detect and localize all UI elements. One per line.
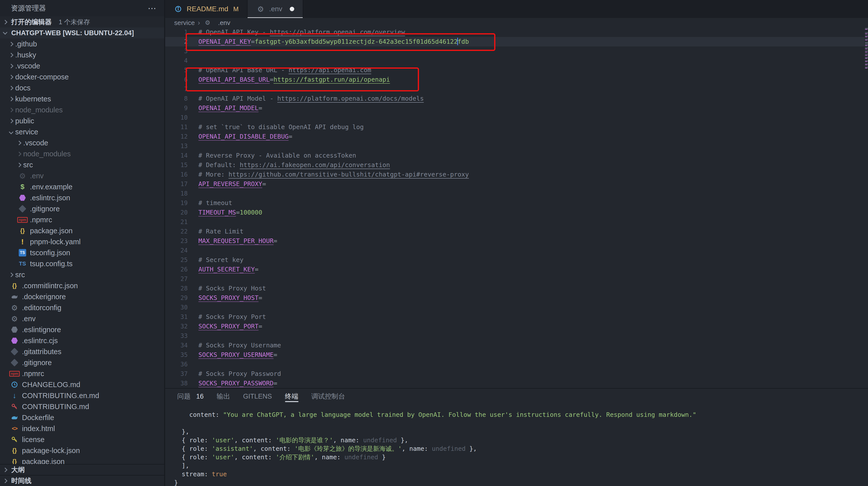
code-line: 28# Socks Proxy Host bbox=[165, 284, 868, 293]
tree-item-.vscode[interactable]: .vscode bbox=[0, 60, 164, 72]
tree-item-.gitattributes[interactable]: .gitattributes bbox=[0, 346, 164, 357]
tree-item-.npmrc[interactable]: npm.npmrc bbox=[0, 214, 164, 225]
tree-item-CONTRIBUTING.md[interactable]: CONTRIBUTING.md bbox=[0, 401, 164, 412]
tree-item-tsup.config.ts[interactable]: TStsup.config.ts bbox=[0, 258, 164, 269]
code-text bbox=[188, 56, 198, 65]
tree-item-label: .env bbox=[30, 172, 44, 180]
panel-tab-输出[interactable]: 输出 bbox=[217, 389, 230, 404]
line-number: 37 bbox=[165, 369, 188, 379]
chevron-right-icon bbox=[9, 86, 13, 90]
code-text bbox=[188, 217, 198, 227]
tree-item-CONTRIBUTING.en.md[interactable]: ↓CONTRIBUTING.en.md bbox=[0, 390, 164, 401]
tab-README.md[interactable]: README.mdM bbox=[165, 0, 248, 18]
panel-tab-终端[interactable]: 终端 bbox=[285, 389, 299, 404]
tree-item-label: .gitattributes bbox=[22, 348, 61, 356]
tree-item-Dockerfile[interactable]: Dockerfile bbox=[0, 412, 164, 423]
code-line: 11# set `true` to disable OpenAI API deb… bbox=[165, 122, 868, 132]
open-editors-header[interactable]: 打开的编辑器 1 个未保存 bbox=[0, 17, 164, 27]
tree-item-.vscode[interactable]: .vscode bbox=[0, 137, 164, 148]
tree-item-label: .editorconfig bbox=[22, 304, 61, 312]
tree-item-package-lock.json[interactable]: {}package-lock.json bbox=[0, 445, 164, 456]
panel-tab-GITLENS[interactable]: GITLENS bbox=[243, 389, 272, 404]
pane-header-时间线[interactable]: 时间线 bbox=[0, 475, 164, 486]
tree-item-label: package.json bbox=[30, 227, 73, 235]
code-text: OPENAI_API_BASE_URL=https://fastgpt.run/… bbox=[188, 75, 390, 84]
breadcrumb-file[interactable]: .env bbox=[218, 19, 230, 27]
breadcrumb-folder[interactable]: service bbox=[174, 19, 195, 27]
code-text: AUTH_SECRET_KEY= bbox=[188, 265, 258, 274]
tree-item-kubernetes[interactable]: kubernetes bbox=[0, 93, 164, 105]
line-number: 24 bbox=[165, 246, 188, 255]
code-line: 3 bbox=[165, 47, 868, 56]
panel-tab-调试控制台[interactable]: 调试控制台 bbox=[311, 389, 345, 404]
code-line: 6OPENAI_API_BASE_URL=https://fastgpt.run… bbox=[165, 75, 868, 84]
terminal-line: content: "You are ChatGPT, a large langu… bbox=[174, 410, 868, 419]
tree-item-docs[interactable]: docs bbox=[0, 82, 164, 93]
tree-item-.npmrc[interactable]: npm.npmrc bbox=[0, 368, 164, 379]
terminal-output[interactable]: content: "You are ChatGPT, a large langu… bbox=[165, 404, 868, 486]
line-number: 18 bbox=[165, 189, 188, 198]
code-editor[interactable]: 1# OpenAI API Key - https://platform.ope… bbox=[165, 27, 868, 388]
code-line: 16# More: https://github.com/transitive-… bbox=[165, 170, 868, 179]
tree-item-src[interactable]: src bbox=[0, 159, 164, 170]
tree-item-label: .npmrc bbox=[22, 370, 44, 378]
tree-item-.eslintignore[interactable]: .eslintignore bbox=[0, 324, 164, 335]
tree-item-package.json[interactable]: {}package.json bbox=[0, 225, 164, 236]
code-line: 38SOCKS_PROXY_PASSWORD= bbox=[165, 379, 868, 388]
code-line: 5# OpenAI API Base URL - https://api.ope… bbox=[165, 65, 868, 75]
code-text: SOCKS_PROXY_USERNAME= bbox=[188, 350, 277, 360]
minimap[interactable] bbox=[865, 27, 868, 388]
code-line: 30 bbox=[165, 303, 868, 312]
tree-item-.env[interactable]: ⚙.env bbox=[0, 170, 164, 181]
tree-item-.eslintrc.cjs[interactable]: .eslintrc.cjs bbox=[0, 335, 164, 346]
eslint-gray-icon bbox=[10, 325, 19, 334]
explorer-sidebar: 资源管理器 ⋯ 打开的编辑器 1 个未保存 CHATGPT-WEB [WSL: … bbox=[0, 0, 165, 486]
code-text bbox=[188, 360, 198, 369]
tree-item-license[interactable]: license bbox=[0, 434, 164, 445]
tree-item-pnpm-lock.yaml[interactable]: !pnpm-lock.yaml bbox=[0, 236, 164, 247]
tree-item-public[interactable]: public bbox=[0, 115, 164, 126]
problems-count: 16 bbox=[196, 393, 204, 400]
tree-item-node_modules[interactable]: node_modules bbox=[0, 105, 164, 115]
line-number: 5 bbox=[165, 65, 188, 75]
tree-item-label: .vscode bbox=[23, 139, 48, 147]
ts-badge-icon: TS bbox=[18, 248, 27, 257]
line-number: 16 bbox=[165, 170, 188, 179]
tree-item-.env.example[interactable]: $.env.example bbox=[0, 181, 164, 192]
panel-tab-问题[interactable]: 问题16 bbox=[177, 389, 204, 404]
tree-item-label: .eslintrc.json bbox=[30, 194, 70, 202]
tree-item-docker-compose[interactable]: docker-compose bbox=[0, 72, 164, 82]
tree-item-label: service bbox=[15, 128, 38, 136]
tree-item-.env[interactable]: ⚙.env bbox=[0, 313, 164, 324]
code-text: OPENAI_API_KEY=fastgpt-y6b3axfbdd5wyp011… bbox=[188, 37, 469, 47]
tree-item-.dockerignore[interactable]: .dockerignore bbox=[0, 291, 164, 302]
tree-item-index.html[interactable]: <>index.html bbox=[0, 423, 164, 434]
line-number: 2 bbox=[165, 37, 188, 47]
tree-item-.commitlintrc.json[interactable]: {}.commitlintrc.json bbox=[0, 280, 164, 291]
terminal-line: } bbox=[174, 479, 868, 486]
tree-item-tsconfig.json[interactable]: TStsconfig.json bbox=[0, 247, 164, 258]
tab-.env[interactable]: ⚙.env bbox=[248, 0, 303, 18]
chevron-right-icon bbox=[17, 163, 21, 167]
editor-group: README.mdM⚙.env service › ⚙ .env 1# Open… bbox=[165, 0, 868, 486]
panel-tab-label: 输出 bbox=[217, 392, 230, 401]
code-text: # Secret key bbox=[188, 255, 244, 265]
tree-item-service[interactable]: service bbox=[0, 126, 164, 137]
tree-item-.github[interactable]: .github bbox=[0, 38, 164, 50]
tree-item-.gitignore[interactable]: .gitignore bbox=[0, 357, 164, 368]
tree-item-CHANGELOG.md[interactable]: CHANGELOG.md bbox=[0, 379, 164, 390]
tree-item-.gitignore[interactable]: .gitignore bbox=[0, 203, 164, 214]
tree-item-.husky[interactable]: .husky bbox=[0, 50, 164, 60]
tree-item-node_modules[interactable]: node_modules bbox=[0, 148, 164, 159]
tree-item-.editorconfig[interactable]: ⚙.editorconfig bbox=[0, 302, 164, 313]
line-number: 8 bbox=[165, 94, 188, 104]
code-line: 4 bbox=[165, 56, 868, 65]
tree-item-src[interactable]: src bbox=[0, 269, 164, 280]
project-root-header[interactable]: CHATGPT-WEB [WSL: UBUNTU-22.04] bbox=[0, 27, 164, 38]
tree-item-label: .env bbox=[22, 315, 36, 323]
git-icon bbox=[10, 347, 19, 356]
tree-item-.eslintrc.json[interactable]: .eslintrc.json bbox=[0, 192, 164, 203]
pane-header-大纲[interactable]: 大纲 bbox=[0, 464, 164, 475]
tree-item-label: index.html bbox=[22, 425, 55, 433]
more-actions-icon[interactable]: ⋯ bbox=[148, 6, 157, 11]
